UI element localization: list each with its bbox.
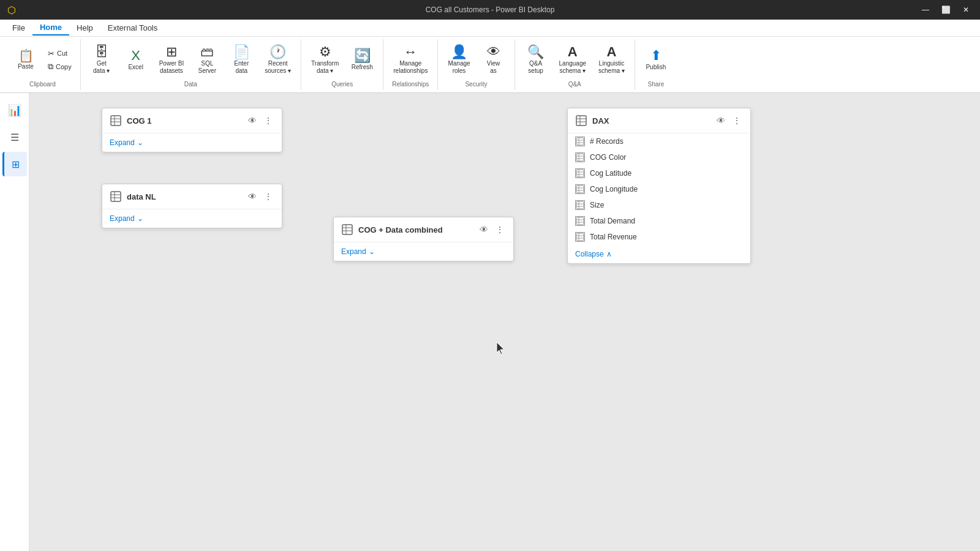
sidebar-item-model[interactable]: ⊞ <box>2 152 27 176</box>
cog1-more-button[interactable]: ⋮ <box>262 114 274 127</box>
view-as-button[interactable]: 👁 Viewas <box>478 42 510 78</box>
cogdatacombined-actions: 👁 ⋮ <box>478 223 506 236</box>
recent-sources-button[interactable]: 🕐 Recentsources ▾ <box>260 42 296 78</box>
cog1-expand-label: Expand <box>110 138 135 147</box>
cogdatacombined-title: COG + Data combined <box>358 225 473 234</box>
cogcolor-field-icon <box>575 152 585 162</box>
get-data-button[interactable]: 🗄 Getdata ▾ <box>86 42 118 78</box>
cogdatacombined-visibility-button[interactable]: 👁 <box>478 223 490 236</box>
datanl-visibility-button[interactable]: 👁 <box>246 190 258 203</box>
datanl-actions: 👁 ⋮ <box>246 190 274 203</box>
minimize-button[interactable]: — <box>918 6 933 14</box>
records-field-label: # Records <box>590 137 624 146</box>
coglongitude-field-label: Cog Longitude <box>590 185 638 193</box>
svg-rect-0 <box>111 116 121 126</box>
cut-icon: ✂ <box>48 49 55 58</box>
cog1-visibility-button[interactable]: 👁 <box>246 114 258 127</box>
cogdatacombined-header: COG + Data combined 👁 ⋮ <box>334 217 513 242</box>
qa-setup-button[interactable]: 🔍 Q&Asetup <box>520 42 552 78</box>
svg-rect-40 <box>576 233 584 241</box>
paste-button[interactable]: 📋 Paste <box>10 46 42 74</box>
table-cogdatacombined: COG + Data combined 👁 ⋮ Expand ⌄ <box>333 217 514 261</box>
cog1-expand-button[interactable]: Expand ⌄ <box>110 138 274 147</box>
close-button[interactable]: ✕ <box>959 6 973 14</box>
dax-more-button[interactable]: ⋮ <box>731 114 743 127</box>
get-data-label: Getdata ▾ <box>93 60 110 75</box>
refresh-button[interactable]: 🔄 Refresh <box>346 45 378 75</box>
enter-data-button[interactable]: 📄 Enterdata <box>225 42 257 78</box>
datanl-more-button[interactable]: ⋮ <box>262 190 274 203</box>
excel-label: Excel <box>128 64 143 71</box>
transform-data-button[interactable]: ⚙ Transformdata ▾ <box>306 42 344 78</box>
dax-visibility-button[interactable]: 👁 <box>715 114 727 127</box>
totalrevenue-field-label: Total Revenue <box>590 233 637 241</box>
transform-data-label: Transformdata ▾ <box>311 60 339 75</box>
table-cog1: COG 1 👁 ⋮ Expand ⌄ <box>102 108 282 152</box>
linguistic-schema-icon: A <box>607 45 617 59</box>
window-controls-right[interactable]: — ⬜ ✕ <box>918 6 973 14</box>
qa-setup-label: Q&Asetup <box>528 60 543 75</box>
cut-copy-group: ✂ Cut ⧉ Copy <box>44 48 75 73</box>
language-schema-button[interactable]: A Languageschema ▾ <box>554 42 592 78</box>
sql-server-button[interactable]: 🗃 SQLServer <box>191 42 223 78</box>
cogcolor-field-label: COG Color <box>590 153 626 162</box>
dax-header: DAX 👁 ⋮ <box>568 108 750 133</box>
copy-button[interactable]: ⧉ Copy <box>44 61 75 73</box>
svg-rect-24 <box>576 170 584 177</box>
copy-icon: ⧉ <box>48 62 53 72</box>
cut-button[interactable]: ✂ Cut <box>44 48 75 59</box>
ribbon-group-relationships: ↔ Managerelationships Relationships <box>383 39 438 90</box>
dax-title: DAX <box>592 116 710 126</box>
svg-rect-16 <box>576 138 584 145</box>
sidebar-item-data[interactable]: ☰ <box>2 125 27 149</box>
manage-roles-button[interactable]: 👤 Manageroles <box>443 42 475 78</box>
view-as-icon: 👁 <box>487 45 500 59</box>
svg-rect-36 <box>576 217 584 225</box>
linguistic-schema-label: Linguisticschema ▾ <box>598 60 625 75</box>
enter-data-label: Enterdata <box>234 60 249 75</box>
svg-rect-8 <box>342 225 352 234</box>
cogdatacombined-more-button[interactable]: ⋮ <box>494 223 506 236</box>
cogdatacombined-expand-button[interactable]: Expand ⌄ <box>341 247 506 256</box>
totaldemand-field-label: Total Demand <box>590 217 635 225</box>
copy-label: Copy <box>56 63 72 70</box>
cursor <box>496 342 506 358</box>
language-schema-icon: A <box>568 45 578 59</box>
coglatitude-field-label: Cog Latitude <box>590 169 631 178</box>
cut-label: Cut <box>57 50 67 57</box>
cogdatacombined-table-icon <box>341 223 353 236</box>
dax-collapse-button[interactable]: Collapse ∧ <box>568 245 750 263</box>
coglongitude-field-icon <box>575 184 585 194</box>
get-data-icon: 🗄 <box>95 45 108 59</box>
ribbon-group-clipboard: 📋 Paste ✂ Cut ⧉ Copy Clipboard <box>5 39 81 90</box>
menu-home[interactable]: Home <box>32 20 69 36</box>
recent-sources-icon: 🕐 <box>270 45 286 59</box>
cogdatacombined-expand-label: Expand <box>341 247 366 256</box>
datanl-expand-button[interactable]: Expand ⌄ <box>110 214 274 223</box>
cog1-header: COG 1 👁 ⋮ <box>102 108 282 133</box>
sidebar-item-report[interactable]: 📊 <box>2 98 27 122</box>
menu-file[interactable]: File <box>5 21 32 35</box>
svg-rect-28 <box>576 186 584 193</box>
dax-table-icon <box>575 114 587 127</box>
maximize-button[interactable]: ⬜ <box>938 6 954 14</box>
excel-button[interactable]: X Excel <box>120 45 152 75</box>
dax-field-cogcolor: COG Color <box>568 149 750 165</box>
menu-help[interactable]: Help <box>69 21 100 35</box>
dax-collapse-chevron: ∧ <box>606 250 612 258</box>
data-items: 🗄 Getdata ▾ X Excel ⊞ Power BIdatasets 🗃… <box>86 42 296 78</box>
window-controls-left: ⬡ <box>7 4 16 16</box>
menu-external-tools[interactable]: External Tools <box>100 21 165 35</box>
power-bi-datasets-button[interactable]: ⊞ Power BIdatasets <box>154 42 189 78</box>
manage-relationships-button[interactable]: ↔ Managerelationships <box>388 42 432 78</box>
clipboard-group-label: Clipboard <box>29 78 56 88</box>
records-field-icon <box>575 137 585 146</box>
language-schema-label: Languageschema ▾ <box>559 60 587 75</box>
manage-relationships-label: Managerelationships <box>393 60 428 75</box>
publish-button[interactable]: ⬆ Publish <box>640 45 672 75</box>
refresh-icon: 🔄 <box>354 49 371 62</box>
linguistic-schema-button[interactable]: A Linguisticschema ▾ <box>594 42 630 78</box>
datanl-body: Expand ⌄ <box>102 209 282 228</box>
excel-icon: X <box>131 49 140 62</box>
svg-rect-20 <box>576 154 584 161</box>
